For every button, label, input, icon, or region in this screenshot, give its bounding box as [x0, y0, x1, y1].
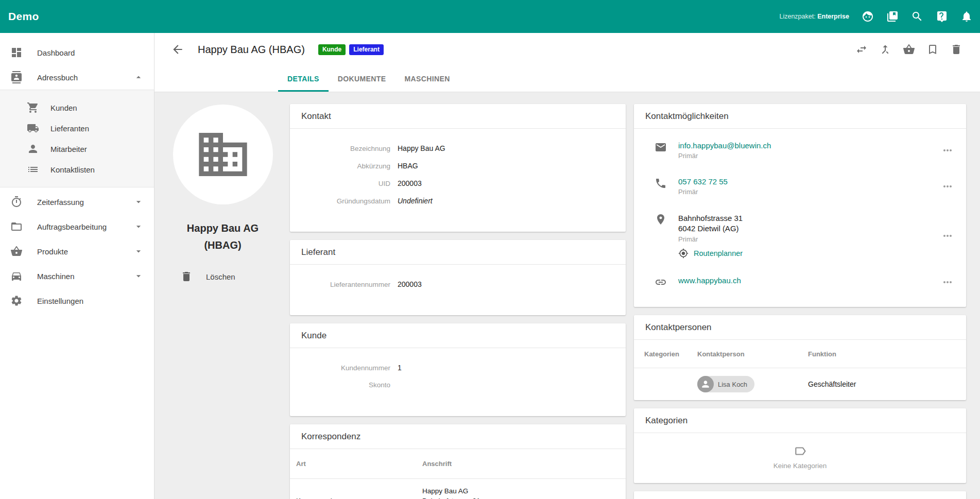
field-kundennummer: Kundennummer 1 [290, 364, 626, 381]
chevron-down-icon [133, 271, 144, 281]
column-kontaktperson: Kontaktperson [697, 350, 808, 358]
header-actions [855, 43, 962, 56]
delete-contact-button[interactable]: Löschen [160, 270, 286, 283]
list-icon [27, 163, 39, 176]
website-link[interactable]: www.happybau.ch [678, 276, 741, 285]
sidebar-item-adressbuch[interactable]: Adressbuch [0, 65, 154, 90]
more-horizontal-icon[interactable] [941, 230, 954, 242]
column-funktion: Funktion [808, 350, 966, 358]
timer-icon [10, 196, 23, 208]
badges: Kunde Lieferant [318, 44, 384, 55]
tab-details[interactable]: DETAILS [278, 66, 329, 92]
email-primary-label: Primär [678, 152, 941, 160]
column-art: Art [290, 449, 416, 478]
car-icon [10, 270, 23, 282]
sidebar-item-mitarbeiter[interactable]: Mitarbeiter [0, 139, 154, 159]
more-horizontal-icon[interactable] [941, 144, 954, 157]
contact-options: info.happybau@bluewin.ch Primär [634, 129, 966, 307]
profile-column: Happy Bau AG (HBAG) Löschen [160, 92, 286, 499]
gear-icon [10, 295, 23, 307]
email-link[interactable]: info.happybau@bluewin.ch [678, 141, 771, 150]
badge-lieferant: Lieferant [349, 44, 384, 55]
basket-icon [10, 245, 23, 257]
route-planner-link[interactable]: Routenplanner [678, 248, 941, 259]
kategorien-empty-text: Keine Kategorien [773, 462, 827, 470]
korrespondenz-card: Korrespondenz Art Anschrift Korresponden… [290, 424, 626, 499]
swap-horizontal-icon[interactable] [855, 43, 868, 56]
main-area: Happy Bau AG (HBAG) Kunde Lieferant [154, 33, 980, 499]
person-icon [27, 143, 39, 155]
lieferant-card-title: Lieferant [290, 240, 626, 265]
topbar-right: Lizenzpaket: Enterprise [779, 10, 973, 23]
license-value: Enterprise [817, 13, 849, 20]
kontaktperson-name: Lisa Koch [718, 381, 747, 388]
sidebar-item-zeiterfassung[interactable]: Zeiterfassung [0, 190, 154, 214]
kontaktperson-chip[interactable]: Lisa Koch [697, 376, 754, 392]
contact-entry-phone: 057 632 72 55 Primär [634, 177, 966, 196]
tabs: DETAILS DOKUMENTE MASCHINEN [278, 66, 980, 92]
search-icon[interactable] [911, 10, 923, 23]
kategorien-card-title: Kategorien [634, 408, 966, 433]
sidebar-item-einstellungen[interactable]: Einstellungen [0, 288, 154, 313]
field-gruendungsdatum: Gründungsdatum Undefiniert [290, 197, 626, 214]
back-arrow-icon[interactable] [171, 43, 184, 56]
more-horizontal-icon[interactable] [941, 180, 954, 193]
kontakt-fields: Bezeichnung Happy Bau AG Abkürzung HBAG … [290, 129, 626, 232]
korrespondenz-art: Korrespondenz [290, 479, 416, 499]
field-bezeichnung: Bezeichnung Happy Bau AG [290, 144, 626, 162]
truck-icon [27, 122, 39, 134]
korrespondenz-card-title: Korrespondenz [290, 424, 626, 449]
page-title: Happy Bau AG (HBAG) [198, 44, 305, 56]
merge-icon[interactable] [879, 43, 891, 56]
sidebar-item-auftragsbearbeitung[interactable]: Auftragsbearbeitung [0, 214, 154, 239]
korrespondenz-row[interactable]: Korrespondenz Happy Bau AG Bahnhofstrass… [290, 479, 626, 499]
phone-link[interactable]: 057 632 72 55 [678, 177, 728, 186]
sidebar-item-dashboard[interactable]: Dashboard [0, 40, 154, 65]
delete-icon[interactable] [950, 43, 962, 56]
folder-icon [10, 220, 23, 233]
contact-entry-address: Bahnhofstrasse 31 6042 Dietwil (AG) Prim… [634, 213, 966, 259]
more-horizontal-icon[interactable] [941, 276, 954, 288]
sidebar-item-produkte[interactable]: Produkte [0, 239, 154, 264]
bookmark-icon[interactable] [926, 43, 939, 56]
trash-icon [180, 270, 193, 283]
address-primary-label: Primär [678, 235, 941, 243]
library-icon[interactable] [886, 10, 899, 23]
kunde-card: Kunde Kundennummer 1 Skonto [290, 323, 626, 416]
help-icon[interactable] [936, 10, 948, 23]
kategorien-empty-state: Keine Kategorien [634, 433, 966, 483]
badge-kunde: Kunde [318, 44, 346, 55]
profile-name: Happy Bau AG (HBAG) [177, 220, 269, 254]
adressbuch-submenu: Kunden Lieferanten Mitarbeiter [0, 90, 154, 187]
contact-entry-website: www.happybau.ch [634, 276, 966, 288]
face-icon[interactable] [862, 10, 874, 23]
einstellungen-card: Einstellungen [634, 491, 966, 499]
my-location-icon [678, 248, 689, 259]
sidebar-item-lieferanten[interactable]: Lieferanten [0, 118, 154, 139]
einstellungen-card-title: Einstellungen [634, 491, 966, 499]
notifications-icon[interactable] [960, 10, 973, 23]
tab-maschinen[interactable]: MASCHINEN [395, 66, 459, 92]
basket-icon[interactable] [903, 43, 915, 56]
sidebar-item-maschinen[interactable]: Maschinen [0, 264, 154, 288]
right-column: Kontaktmöglichkeiten info.happybau@bluew… [634, 92, 966, 499]
avatar [173, 105, 273, 204]
chevron-down-icon [133, 197, 144, 207]
sidebar-item-kontaktlisten[interactable]: Kontaktlisten [0, 159, 154, 180]
address-line2: 6042 Dietwil (AG) [678, 223, 941, 234]
delete-label: Löschen [206, 272, 235, 281]
kontaktmoeglichkeiten-card-title: Kontaktmöglichkeiten [634, 104, 966, 129]
field-uid: UID 200003 [290, 179, 626, 197]
kunde-fields: Kundennummer 1 Skonto [290, 348, 626, 416]
lieferant-fields: Lieferantennummer 200003 [290, 265, 626, 315]
cart-icon [27, 101, 39, 114]
label-icon [794, 444, 807, 458]
link-icon [655, 276, 667, 288]
column-anschrift: Anschrift [416, 449, 626, 478]
chevron-up-icon [133, 72, 144, 82]
middle-column: Kontakt Bezeichnung Happy Bau AG Abkürzu… [290, 92, 626, 499]
sidebar-item-kunden[interactable]: Kunden [0, 97, 154, 118]
tab-dokumente[interactable]: DOKUMENTE [329, 66, 396, 92]
kontaktmoeglichkeiten-card: Kontaktmöglichkeiten info.happybau@bluew… [634, 104, 966, 307]
kontaktperson-row[interactable]: Lisa Koch Geschäftsleiter [634, 368, 966, 400]
